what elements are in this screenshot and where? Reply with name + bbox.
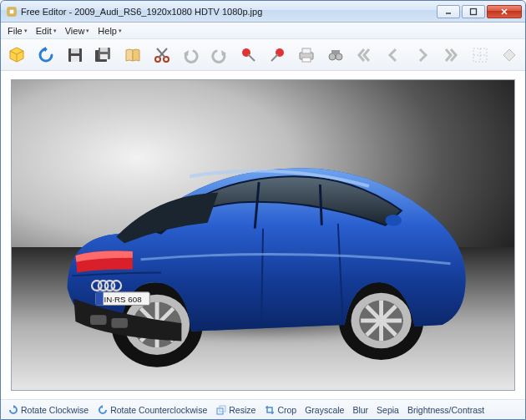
car-image: IN·RS 608 xyxy=(12,80,514,390)
redo-button[interactable] xyxy=(209,43,231,67)
save-as-button[interactable] xyxy=(93,43,115,67)
app-window: Free Editor - 2009_Audi_RS6_1920x1080 HD… xyxy=(0,0,526,420)
svg-rect-31 xyxy=(331,50,340,54)
grayscale-label: Grayscale xyxy=(305,405,344,415)
last-button[interactable] xyxy=(440,43,463,67)
menu-help[interactable]: Help▾ xyxy=(94,25,125,37)
chevron-right-icon xyxy=(413,46,432,64)
crop-label: Crop xyxy=(277,405,296,415)
svg-marker-35 xyxy=(503,49,515,61)
rotate-cw-icon xyxy=(8,404,18,415)
svg-rect-11 xyxy=(71,56,79,62)
app-icon xyxy=(6,6,18,18)
svg-line-51 xyxy=(320,185,321,225)
pin-alt-icon xyxy=(268,46,286,64)
printer-icon xyxy=(297,46,316,64)
cut-button[interactable] xyxy=(150,43,173,67)
svg-rect-1 xyxy=(9,9,14,14)
svg-rect-28 xyxy=(302,58,311,62)
window-title: Free Editor - 2009_Audi_RS6_1920x1080 HD… xyxy=(21,7,437,17)
image-canvas[interactable]: IN·RS 608 xyxy=(11,79,515,391)
crop-button[interactable]: Crop xyxy=(262,403,298,416)
pin-icon xyxy=(240,46,258,64)
chevron-down-icon: ▾ xyxy=(86,28,89,34)
floppy-multi-icon xyxy=(94,46,114,64)
resize-icon xyxy=(215,404,226,415)
undo-icon xyxy=(181,46,200,64)
brightness-contrast-button[interactable]: Brightness/Contrast xyxy=(406,404,486,416)
svg-point-29 xyxy=(329,53,336,60)
book-icon xyxy=(124,46,142,64)
app-name: Free Editor xyxy=(21,7,66,17)
crop-icon xyxy=(264,404,275,415)
first-button[interactable] xyxy=(353,43,376,67)
print-button[interactable] xyxy=(296,43,318,67)
blur-button[interactable]: Blur xyxy=(351,404,370,416)
refresh-icon xyxy=(37,46,55,64)
resize-button[interactable]: Resize xyxy=(214,403,257,416)
svg-line-25 xyxy=(271,54,278,61)
title-separator: - xyxy=(66,7,74,17)
chevron-left-icon xyxy=(384,46,402,64)
rotate-cw-button[interactable]: Rotate Clockwise xyxy=(6,403,90,416)
document-name: 2009_Audi_RS6_1920x1080 HDTV 1080p.jpg xyxy=(74,7,262,17)
prev-button[interactable] xyxy=(382,43,405,67)
svg-rect-27 xyxy=(302,48,311,53)
new-button[interactable] xyxy=(6,43,28,67)
menu-view-label: View xyxy=(65,26,85,36)
svg-rect-52 xyxy=(90,315,107,325)
menubar: File▾ Edit▾ View▾ Help▾ xyxy=(1,23,525,39)
chevrons-right-icon xyxy=(442,46,460,64)
options-button[interactable] xyxy=(498,43,520,67)
svg-line-23 xyxy=(248,54,255,61)
next-button[interactable] xyxy=(411,43,433,67)
rotate-cw-label: Rotate Clockwise xyxy=(21,405,89,415)
find-button[interactable] xyxy=(324,43,346,67)
close-icon xyxy=(499,8,509,16)
menu-edit[interactable]: Edit▾ xyxy=(33,25,60,37)
pin-button[interactable] xyxy=(237,43,260,67)
license-plate-text: IN·RS 608 xyxy=(104,295,142,304)
maximize-icon xyxy=(469,8,478,16)
diamond-icon xyxy=(501,47,518,63)
book-button[interactable] xyxy=(122,43,144,67)
minimize-button[interactable] xyxy=(437,5,460,18)
rotate-ccw-icon xyxy=(97,404,108,415)
minimize-icon xyxy=(444,8,453,16)
brightness-label: Brightness/Contrast xyxy=(407,405,484,415)
refresh-button[interactable] xyxy=(35,43,58,67)
svg-rect-15 xyxy=(100,54,108,59)
save-button[interactable] xyxy=(63,43,86,67)
grid-icon xyxy=(472,47,488,63)
resize-label: Resize xyxy=(229,405,255,415)
cube-icon xyxy=(8,46,26,64)
close-button[interactable] xyxy=(487,5,522,18)
menu-file[interactable]: File▾ xyxy=(4,25,31,37)
grayscale-button[interactable]: Grayscale xyxy=(303,404,346,416)
floppy-icon xyxy=(66,46,84,64)
blur-label: Blur xyxy=(352,405,368,415)
svg-rect-10 xyxy=(71,48,79,53)
unpin-button[interactable] xyxy=(266,43,289,67)
grid-button[interactable] xyxy=(469,43,492,67)
chevrons-left-icon xyxy=(355,46,373,64)
sepia-button[interactable]: Sepia xyxy=(375,404,401,416)
menu-view[interactable]: View▾ xyxy=(62,25,94,37)
scissors-icon xyxy=(153,46,171,64)
statusbar: Rotate Clockwise Rotate Counterclockwise… xyxy=(1,399,525,419)
svg-rect-53 xyxy=(111,318,128,328)
maximize-button[interactable] xyxy=(462,5,485,18)
rotate-ccw-label: Rotate Counterclockwise xyxy=(110,405,207,415)
canvas-area: IN·RS 608 xyxy=(1,71,525,399)
menu-edit-label: Edit xyxy=(36,26,52,36)
binoculars-icon xyxy=(326,46,345,64)
chevron-down-icon: ▾ xyxy=(119,28,122,34)
undo-button[interactable] xyxy=(180,43,202,67)
sepia-label: Sepia xyxy=(377,405,399,415)
chevron-down-icon: ▾ xyxy=(53,28,57,34)
menu-file-label: File xyxy=(8,26,23,36)
svg-rect-14 xyxy=(100,48,108,52)
rotate-ccw-button[interactable]: Rotate Counterclockwise xyxy=(95,403,209,416)
menu-help-label: Help xyxy=(98,26,117,36)
svg-rect-59 xyxy=(96,292,104,306)
